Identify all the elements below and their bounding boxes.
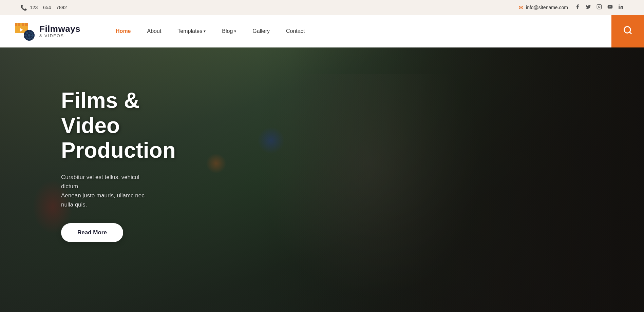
instagram-icon[interactable]: [596, 4, 602, 11]
nav-blog[interactable]: Blog ▾: [214, 15, 244, 47]
main-nav: Home About Templates ▾ Blog ▾ Gallery Co…: [94, 15, 611, 47]
logo-section: Filmways & VIDEOS: [0, 20, 94, 42]
svg-rect-8: [22, 23, 24, 26]
hero-section: Films & VideoProduction Curabitur vel es…: [0, 47, 644, 312]
search-button[interactable]: [611, 15, 644, 47]
svg-rect-6: [15, 23, 17, 26]
blog-chevron-icon: ▾: [234, 29, 236, 34]
svg-line-23: [629, 32, 631, 34]
logo-text: Filmways & VIDEOS: [39, 24, 80, 39]
header: Filmways & VIDEOS Home About Templates ▾…: [0, 15, 644, 47]
facebook-icon[interactable]: [575, 4, 580, 11]
email-icon: ✉: [519, 4, 523, 11]
search-icon: [623, 25, 632, 37]
svg-rect-0: [597, 4, 601, 9]
svg-point-13: [28, 34, 31, 37]
hero-description: Curabitur vel est tellus. vehicul dictum…: [61, 173, 149, 210]
nav-contact[interactable]: Contact: [278, 15, 313, 47]
hero-content: Films & VideoProduction Curabitur vel es…: [0, 47, 210, 283]
nav-about[interactable]: About: [139, 15, 170, 47]
logo-subtitle: & VIDEOS: [39, 34, 80, 38]
hero-title: Films & VideoProduction: [61, 88, 149, 163]
email-address: info@sitename.com: [526, 5, 568, 10]
social-icons: [575, 4, 624, 11]
templates-chevron-icon: ▾: [204, 29, 206, 34]
linkedin-icon[interactable]: [618, 4, 624, 11]
top-bar-right: ✉ info@sitename.com: [519, 4, 624, 11]
twitter-icon[interactable]: [586, 4, 591, 11]
nav-gallery[interactable]: Gallery: [244, 15, 278, 47]
svg-rect-3: [619, 6, 620, 9]
svg-rect-9: [25, 23, 28, 26]
nav-templates[interactable]: Templates ▾: [169, 15, 214, 47]
phone-icon: 📞: [20, 4, 27, 11]
top-bar-phone: 📞 123 – 654 – 7892: [20, 4, 67, 11]
logo-title: Filmways: [39, 24, 80, 34]
read-more-button[interactable]: Read More: [61, 223, 123, 242]
email-section: ✉ info@sitename.com: [519, 4, 568, 11]
nav-home[interactable]: Home: [108, 15, 139, 47]
svg-point-4: [619, 4, 620, 5]
phone-number: 123 – 654 – 7892: [30, 5, 67, 10]
top-bar: 📞 123 – 654 – 7892 ✉ info@sitename.com: [0, 0, 644, 15]
youtube-icon[interactable]: [607, 4, 613, 11]
svg-rect-7: [18, 23, 20, 26]
logo-icon: [14, 20, 35, 42]
